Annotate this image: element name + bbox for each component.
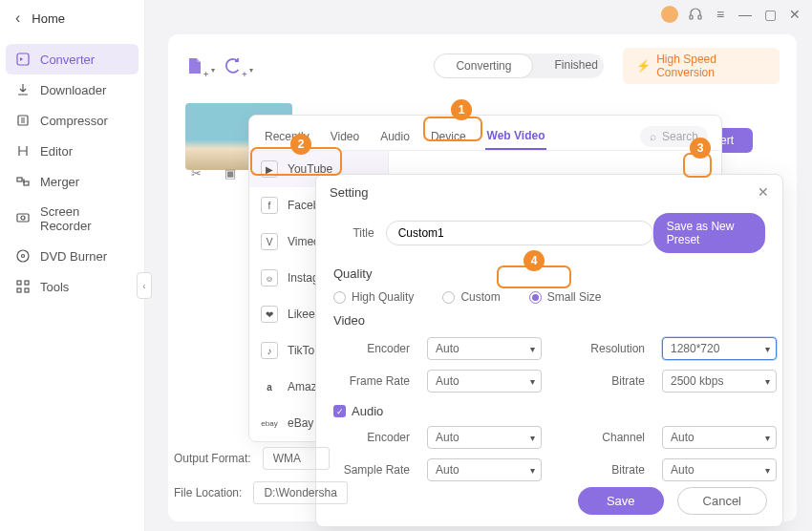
tab-converting[interactable]: Converting <box>434 53 533 78</box>
video-bitrate-select[interactable]: 2500 kbps <box>662 370 777 393</box>
sidebar-label: Downloader <box>40 83 106 97</box>
speed-label: High Speed Conversion <box>656 53 766 79</box>
svg-rect-9 <box>25 281 29 285</box>
format-search[interactable]: ⌕ Search <box>640 126 708 147</box>
resolution-label: Resolution <box>559 342 645 355</box>
output-format-value[interactable]: WMA <box>263 447 330 470</box>
framerate-label: Frame Rate <box>333 374 410 388</box>
format-tab-video[interactable]: Video <box>329 124 361 149</box>
quality-high[interactable]: High Quality <box>333 290 414 304</box>
setting-title: Setting <box>330 185 368 200</box>
output-format-label: Output Format: <box>174 452 251 465</box>
sidebar-item-dvd[interactable]: DVD Burner <box>6 241 139 271</box>
lightning-icon: ⚡ <box>636 59 651 73</box>
video-section-label: Video <box>333 313 765 328</box>
instagram-icon: ⌾ <box>261 269 278 287</box>
format-tab-recently[interactable]: Recently <box>263 124 311 149</box>
a-bitrate-label: Bitrate <box>559 463 645 477</box>
audio-encoder-select[interactable]: Auto <box>427 426 542 449</box>
headset-icon[interactable] <box>688 7 703 22</box>
refresh-button[interactable]: +▾ <box>224 55 243 76</box>
cut-icon[interactable]: ✂ <box>185 162 206 183</box>
svg-point-7 <box>22 255 25 258</box>
cancel-button[interactable]: Cancel <box>677 487 767 515</box>
svg-rect-2 <box>17 178 22 181</box>
audio-section-label: Audio <box>352 404 383 418</box>
sidebar-item-converter[interactable]: Converter <box>6 44 139 74</box>
sidebar-item-compressor[interactable]: Compressor <box>6 105 139 136</box>
tab-finished[interactable]: Finished <box>533 53 604 78</box>
channel-label: Channel <box>559 431 645 444</box>
close-icon[interactable]: ✕ <box>787 7 802 22</box>
maximize-icon[interactable]: ▢ <box>762 7 778 22</box>
setting-modal: Setting ✕ Title Save as New Preset Quali… <box>315 174 783 527</box>
minimize-icon[interactable]: — <box>737 7 753 22</box>
sidebar-label: Editor <box>40 144 73 159</box>
menu-icon[interactable]: ≡ <box>713 7 728 22</box>
format-tab-audio[interactable]: Audio <box>378 124 412 149</box>
svg-rect-3 <box>24 181 29 185</box>
compressor-icon <box>15 113 31 128</box>
search-placeholder: Search <box>662 130 698 143</box>
editor-icon <box>15 143 31 159</box>
sidebar-item-editor[interactable]: Editor <box>6 136 139 166</box>
quality-small[interactable]: Small Size <box>529 290 602 304</box>
converter-icon <box>15 52 31 67</box>
format-label: Likee <box>288 308 315 321</box>
sample-rate-select[interactable]: Auto <box>427 458 542 481</box>
home-label[interactable]: Home <box>32 11 65 26</box>
titlebar: ≡ — ▢ ✕ <box>661 6 802 23</box>
format-tab-web[interactable]: Web Video <box>485 123 547 150</box>
bitrate-label: Bitrate <box>559 374 645 388</box>
svg-rect-14 <box>197 58 201 62</box>
audio-bitrate-select[interactable]: Auto <box>662 458 777 481</box>
title-input[interactable] <box>386 221 653 245</box>
svg-rect-11 <box>25 288 29 292</box>
title-label: Title <box>333 226 374 240</box>
sidebar-label: Screen Recorder <box>40 204 129 233</box>
format-tab-device[interactable]: Device <box>429 124 468 149</box>
svg-point-5 <box>21 216 25 220</box>
sidebar-label: Tools <box>40 280 69 294</box>
likee-icon: ❤ <box>261 306 278 323</box>
high-speed-button[interactable]: ⚡ High Speed Conversion <box>623 48 780 84</box>
download-icon <box>15 82 31 97</box>
svg-point-6 <box>17 250 29 262</box>
sidebar-item-recorder[interactable]: Screen Recorder <box>6 197 139 241</box>
facebook-icon: f <box>261 197 278 214</box>
tab-toggle: Converting Finished <box>434 53 604 78</box>
svg-rect-12 <box>690 15 693 19</box>
resolution-select[interactable]: 1280*720 <box>662 337 777 360</box>
file-location-value[interactable]: D:\Wondersha <box>253 481 347 504</box>
video-encoder-select[interactable]: Auto <box>427 337 542 360</box>
modal-close-icon[interactable]: ✕ <box>758 184 769 200</box>
quality-custom[interactable]: Custom <box>442 290 500 304</box>
save-preset-button[interactable]: Save as New Preset <box>653 213 765 253</box>
channel-select[interactable]: Auto <box>662 426 777 449</box>
sidebar-label: DVD Burner <box>40 249 107 264</box>
frame-rate-select[interactable]: Auto <box>427 370 542 393</box>
sidebar-item-tools[interactable]: Tools <box>6 271 139 302</box>
file-location-label: File Location: <box>174 486 242 499</box>
svg-rect-8 <box>17 281 21 285</box>
save-button[interactable]: Save <box>578 487 664 515</box>
format-label: eBay <box>288 416 313 430</box>
tools-icon <box>15 279 31 294</box>
sidebar-item-downloader[interactable]: Downloader <box>6 74 139 105</box>
crop-icon[interactable]: ▣ <box>220 162 241 183</box>
encoder-label: Encoder <box>333 342 410 355</box>
svg-rect-4 <box>17 214 29 222</box>
add-file-button[interactable]: +▾ <box>185 55 204 76</box>
avatar[interactable] <box>661 6 678 23</box>
tiktok-icon: ♪ <box>261 342 278 359</box>
merger-icon <box>15 174 31 189</box>
sidebar-collapse-icon[interactable]: ‹ <box>137 272 152 299</box>
audio-checkbox[interactable]: ✓ <box>333 405 346 417</box>
vimeo-icon: V <box>261 233 278 250</box>
svg-rect-10 <box>17 288 21 292</box>
sidebar: ‹ Home Converter Downloader Compressor E… <box>0 0 145 531</box>
ebay-icon: ebay <box>261 414 278 432</box>
sidebar-item-merger[interactable]: Merger <box>6 166 139 197</box>
back-icon[interactable]: ‹ <box>15 10 20 27</box>
sidebar-label: Merger <box>40 175 79 189</box>
